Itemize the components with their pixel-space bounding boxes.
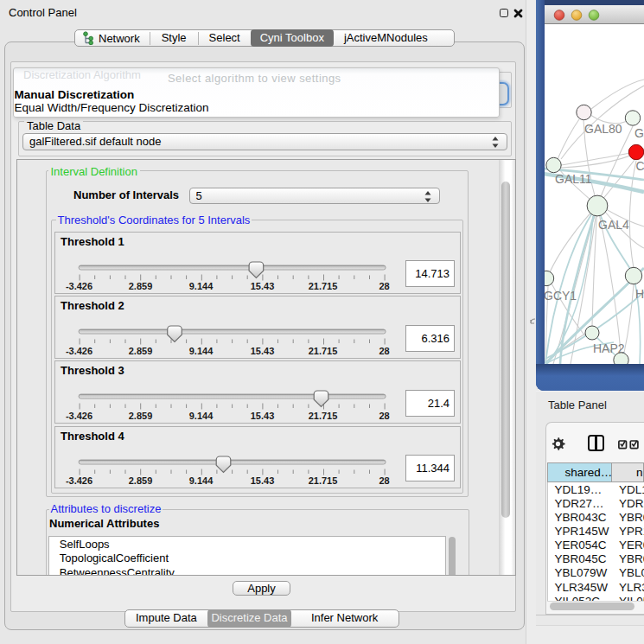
svg-text:GAL4: GAL4 — [598, 218, 629, 232]
svg-text:CYC: CYC — [636, 159, 644, 173]
svg-text:HIS: HIS — [635, 287, 644, 301]
svg-text:GAL4: GAL4 — [634, 126, 644, 140]
svg-text:HAP2: HAP2 — [593, 341, 625, 355]
svg-text:GAL80: GAL80 — [584, 122, 622, 136]
svg-text:GAL11: GAL11 — [555, 172, 592, 186]
svg-text:GCY1: GCY1 — [545, 289, 577, 303]
